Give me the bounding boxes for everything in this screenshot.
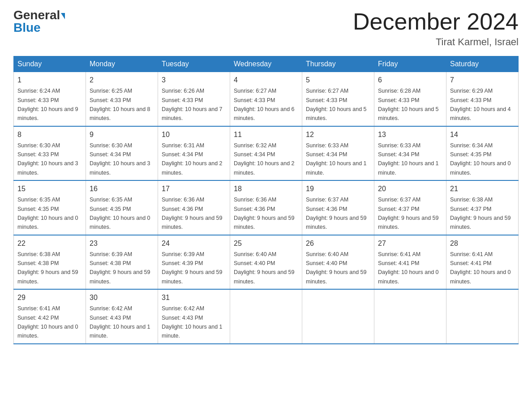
calendar-cell: 11 Sunrise: 6:32 AMSunset: 4:34 PMDaylig… bbox=[230, 126, 302, 181]
day-number: 2 bbox=[90, 75, 154, 86]
day-info: Sunrise: 6:35 AMSunset: 4:35 PMDaylight:… bbox=[90, 197, 150, 230]
day-info: Sunrise: 6:32 AMSunset: 4:34 PMDaylight:… bbox=[234, 142, 295, 176]
day-info: Sunrise: 6:40 AMSunset: 4:40 PMDaylight:… bbox=[306, 251, 367, 285]
weekday-header: Wednesday bbox=[230, 56, 302, 72]
day-number: 12 bbox=[306, 129, 370, 140]
day-info: Sunrise: 6:38 AMSunset: 4:37 PMDaylight:… bbox=[450, 197, 511, 230]
calendar-cell: 10 Sunrise: 6:31 AMSunset: 4:34 PMDaylig… bbox=[158, 126, 230, 181]
day-info: Sunrise: 6:29 AMSunset: 4:33 PMDaylight:… bbox=[450, 88, 511, 121]
day-info: Sunrise: 6:40 AMSunset: 4:40 PMDaylight:… bbox=[234, 251, 295, 285]
weekday-header: Tuesday bbox=[158, 56, 230, 72]
logo-line1: General bbox=[13, 9, 65, 21]
calendar-cell: 20 Sunrise: 6:37 AMSunset: 4:37 PMDaylig… bbox=[374, 180, 446, 235]
day-number: 18 bbox=[234, 184, 298, 194]
calendar-cell: 28 Sunrise: 6:41 AMSunset: 4:41 PMDaylig… bbox=[446, 235, 519, 290]
weekday-header: Monday bbox=[86, 56, 158, 72]
logo: General Blue bbox=[13, 9, 65, 34]
day-info: Sunrise: 6:42 AMSunset: 4:43 PMDaylight:… bbox=[162, 305, 223, 339]
day-info: Sunrise: 6:27 AMSunset: 4:33 PMDaylight:… bbox=[306, 88, 367, 121]
calendar-cell: 23 Sunrise: 6:39 AMSunset: 4:38 PMDaylig… bbox=[86, 235, 158, 290]
day-number: 21 bbox=[450, 184, 515, 194]
day-number: 26 bbox=[306, 238, 370, 249]
calendar-cell: 19 Sunrise: 6:37 AMSunset: 4:36 PMDaylig… bbox=[302, 180, 374, 235]
day-number: 16 bbox=[90, 184, 154, 194]
weekday-header: Friday bbox=[374, 56, 446, 72]
calendar-cell: 25 Sunrise: 6:40 AMSunset: 4:40 PMDaylig… bbox=[230, 235, 302, 290]
day-info: Sunrise: 6:24 AMSunset: 4:33 PMDaylight:… bbox=[17, 88, 78, 121]
day-info: Sunrise: 6:33 AMSunset: 4:34 PMDaylight:… bbox=[306, 142, 367, 176]
calendar-cell bbox=[374, 289, 446, 344]
day-info: Sunrise: 6:28 AMSunset: 4:33 PMDaylight:… bbox=[378, 88, 439, 121]
day-info: Sunrise: 6:37 AMSunset: 4:37 PMDaylight:… bbox=[378, 197, 439, 230]
day-number: 31 bbox=[162, 292, 226, 303]
month-title: December 2024 bbox=[353, 9, 519, 34]
weekday-header: Saturday bbox=[446, 56, 519, 72]
day-info: Sunrise: 6:33 AMSunset: 4:34 PMDaylight:… bbox=[378, 142, 439, 176]
day-number: 23 bbox=[90, 238, 154, 249]
calendar-week-row: 22 Sunrise: 6:38 AMSunset: 4:38 PMDaylig… bbox=[14, 235, 519, 290]
day-info: Sunrise: 6:30 AMSunset: 4:34 PMDaylight:… bbox=[90, 142, 150, 176]
title-block: December 2024 Tirat Karmel, Israel bbox=[353, 9, 519, 48]
day-number: 25 bbox=[234, 238, 298, 249]
calendar-cell: 27 Sunrise: 6:41 AMSunset: 4:41 PMDaylig… bbox=[374, 235, 446, 290]
calendar-cell: 22 Sunrise: 6:38 AMSunset: 4:38 PMDaylig… bbox=[14, 235, 86, 290]
calendar-cell: 31 Sunrise: 6:42 AMSunset: 4:43 PMDaylig… bbox=[158, 289, 230, 344]
weekday-header: Sunday bbox=[14, 56, 86, 72]
page-header: General Blue December 2024 Tirat Karmel,… bbox=[13, 9, 519, 48]
calendar-cell: 17 Sunrise: 6:36 AMSunset: 4:36 PMDaylig… bbox=[158, 180, 230, 235]
day-info: Sunrise: 6:36 AMSunset: 4:36 PMDaylight:… bbox=[234, 197, 295, 230]
calendar-cell: 3 Sunrise: 6:26 AMSunset: 4:33 PMDayligh… bbox=[158, 72, 230, 126]
day-number: 11 bbox=[234, 129, 298, 140]
calendar-cell: 1 Sunrise: 6:24 AMSunset: 4:33 PMDayligh… bbox=[14, 72, 86, 126]
day-info: Sunrise: 6:30 AMSunset: 4:33 PMDaylight:… bbox=[17, 142, 78, 176]
calendar-cell: 29 Sunrise: 6:41 AMSunset: 4:42 PMDaylig… bbox=[14, 289, 86, 344]
day-number: 10 bbox=[162, 129, 226, 140]
calendar-table: SundayMondayTuesdayWednesdayThursdayFrid… bbox=[13, 56, 519, 344]
logo-triangle-icon bbox=[61, 13, 65, 19]
day-number: 1 bbox=[17, 75, 82, 86]
day-number: 29 bbox=[17, 292, 82, 303]
location: Tirat Karmel, Israel bbox=[353, 36, 519, 48]
calendar-cell: 7 Sunrise: 6:29 AMSunset: 4:33 PMDayligh… bbox=[446, 72, 519, 126]
day-number: 3 bbox=[162, 75, 226, 86]
calendar-cell bbox=[302, 289, 374, 344]
calendar-cell: 16 Sunrise: 6:35 AMSunset: 4:35 PMDaylig… bbox=[86, 180, 158, 235]
calendar-cell: 30 Sunrise: 6:42 AMSunset: 4:43 PMDaylig… bbox=[86, 289, 158, 344]
calendar-cell: 26 Sunrise: 6:40 AMSunset: 4:40 PMDaylig… bbox=[302, 235, 374, 290]
day-number: 15 bbox=[17, 184, 82, 194]
calendar-header-row: SundayMondayTuesdayWednesdayThursdayFrid… bbox=[14, 56, 519, 72]
day-info: Sunrise: 6:34 AMSunset: 4:35 PMDaylight:… bbox=[450, 142, 511, 176]
day-number: 27 bbox=[378, 238, 442, 249]
day-info: Sunrise: 6:41 AMSunset: 4:41 PMDaylight:… bbox=[450, 251, 511, 285]
day-info: Sunrise: 6:38 AMSunset: 4:38 PMDaylight:… bbox=[17, 251, 78, 285]
day-info: Sunrise: 6:41 AMSunset: 4:41 PMDaylight:… bbox=[378, 251, 439, 285]
day-info: Sunrise: 6:35 AMSunset: 4:35 PMDaylight:… bbox=[17, 197, 78, 230]
day-info: Sunrise: 6:27 AMSunset: 4:33 PMDaylight:… bbox=[234, 88, 295, 121]
calendar-cell: 2 Sunrise: 6:25 AMSunset: 4:33 PMDayligh… bbox=[86, 72, 158, 126]
day-number: 22 bbox=[17, 238, 82, 249]
calendar-cell: 5 Sunrise: 6:27 AMSunset: 4:33 PMDayligh… bbox=[302, 72, 374, 126]
day-number: 30 bbox=[90, 292, 154, 303]
calendar-cell: 21 Sunrise: 6:38 AMSunset: 4:37 PMDaylig… bbox=[446, 180, 519, 235]
day-info: Sunrise: 6:25 AMSunset: 4:33 PMDaylight:… bbox=[90, 88, 150, 121]
day-number: 9 bbox=[90, 129, 154, 140]
day-info: Sunrise: 6:39 AMSunset: 4:38 PMDaylight:… bbox=[90, 251, 150, 285]
calendar-cell: 6 Sunrise: 6:28 AMSunset: 4:33 PMDayligh… bbox=[374, 72, 446, 126]
day-info: Sunrise: 6:36 AMSunset: 4:36 PMDaylight:… bbox=[162, 197, 223, 230]
day-number: 28 bbox=[450, 238, 515, 249]
day-number: 19 bbox=[306, 184, 370, 194]
day-info: Sunrise: 6:42 AMSunset: 4:43 PMDaylight:… bbox=[90, 305, 150, 339]
day-number: 6 bbox=[378, 75, 442, 86]
calendar-week-row: 29 Sunrise: 6:41 AMSunset: 4:42 PMDaylig… bbox=[14, 289, 519, 344]
day-number: 8 bbox=[17, 129, 82, 140]
weekday-header: Thursday bbox=[302, 56, 374, 72]
calendar-cell bbox=[446, 289, 519, 344]
calendar-cell: 9 Sunrise: 6:30 AMSunset: 4:34 PMDayligh… bbox=[86, 126, 158, 181]
day-number: 4 bbox=[234, 75, 298, 86]
calendar-week-row: 1 Sunrise: 6:24 AMSunset: 4:33 PMDayligh… bbox=[14, 72, 519, 126]
day-number: 7 bbox=[450, 75, 515, 86]
day-info: Sunrise: 6:37 AMSunset: 4:36 PMDaylight:… bbox=[306, 197, 367, 230]
day-info: Sunrise: 6:41 AMSunset: 4:42 PMDaylight:… bbox=[17, 305, 78, 339]
day-number: 14 bbox=[450, 129, 515, 140]
day-info: Sunrise: 6:31 AMSunset: 4:34 PMDaylight:… bbox=[162, 142, 223, 176]
